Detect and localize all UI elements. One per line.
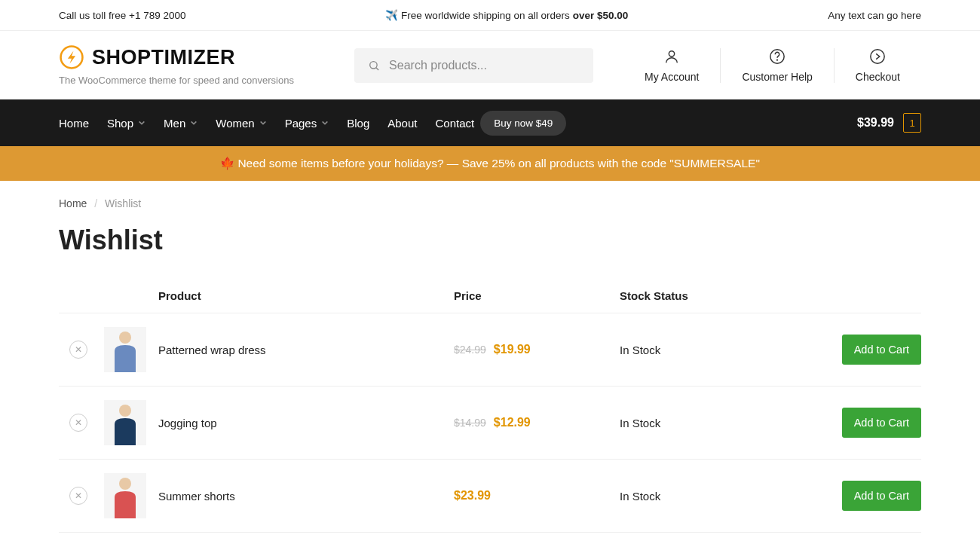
- nav-item-blog[interactable]: Blog: [347, 117, 369, 130]
- page-title: Wishlist: [0, 209, 980, 279]
- action-label: Customer Help: [742, 71, 812, 83]
- search-box[interactable]: [354, 48, 593, 83]
- breadcrumb: Home / Wishlist: [0, 181, 980, 209]
- price: $12.99: [494, 416, 531, 429]
- action-label: Checkout: [856, 71, 900, 83]
- svg-point-5: [777, 60, 778, 60]
- wishlist-table: Product Price Stock Status ✕Patterned wr…: [59, 279, 921, 533]
- old-price: $14.99: [454, 417, 486, 429]
- user-icon: [663, 48, 680, 65]
- nav-item-contact[interactable]: Contact: [435, 117, 474, 130]
- topbar: Call us toll free +1 789 2000 ✈️ Free wo…: [0, 0, 980, 31]
- header-actions: My Account Customer Help Checkout: [623, 48, 921, 83]
- tagline: The WooCommerce theme for speed and conv…: [59, 75, 294, 86]
- checkout-icon: [869, 48, 886, 65]
- nav-item-about[interactable]: About: [387, 117, 417, 130]
- chevron-down-icon: [321, 119, 329, 127]
- stock-status: In Stock: [620, 313, 831, 387]
- logo-icon: [59, 44, 84, 70]
- topbar-center: ✈️ Free worldwide shipping on all orders…: [385, 9, 628, 21]
- action-label: My Account: [645, 71, 699, 83]
- product-thumbnail[interactable]: [104, 400, 146, 445]
- add-to-cart-button[interactable]: Add to Cart: [842, 408, 921, 438]
- remove-button[interactable]: ✕: [69, 414, 87, 432]
- nav-item-women[interactable]: Women: [216, 117, 266, 130]
- promo-banner: 🍁 Need some items before your holidays? …: [0, 146, 980, 181]
- customer-help-link[interactable]: Customer Help: [721, 48, 834, 83]
- breadcrumb-home[interactable]: Home: [59, 197, 87, 209]
- search-icon: [368, 59, 380, 72]
- header-price: Price: [454, 279, 620, 313]
- product-thumbnail[interactable]: [104, 473, 146, 518]
- main-nav: HomeShopMenWomenPagesBlogAboutContact Bu…: [0, 99, 980, 146]
- svg-point-10: [119, 405, 131, 417]
- remove-button[interactable]: ✕: [69, 341, 87, 359]
- price: $23.99: [454, 489, 491, 502]
- svg-point-6: [871, 49, 884, 63]
- buy-now-button[interactable]: Buy now $49: [480, 111, 566, 136]
- table-row: ✕Jogging top$14.99$12.99In StockAdd to C…: [59, 387, 921, 460]
- svg-line-2: [376, 67, 378, 69]
- product-name[interactable]: Patterned wrap dress: [158, 313, 454, 387]
- svg-point-3: [669, 50, 675, 56]
- svg-point-12: [119, 478, 131, 490]
- product-name[interactable]: Jogging top: [158, 387, 454, 460]
- remove-button[interactable]: ✕: [69, 487, 87, 505]
- search-input[interactable]: [389, 59, 580, 72]
- product-name[interactable]: Summer shorts: [158, 460, 454, 533]
- table-row: ✕Patterned wrap dress$24.99$19.99In Stoc…: [59, 313, 921, 387]
- cart-count[interactable]: 1: [903, 113, 921, 133]
- nav-item-men[interactable]: Men: [164, 117, 198, 130]
- stock-status: In Stock: [620, 460, 831, 533]
- header-product: Product: [158, 279, 454, 313]
- chevron-down-icon: [138, 119, 145, 127]
- logo[interactable]: SHOPTIMIZER The WooCommerce theme for sp…: [59, 44, 294, 86]
- chevron-down-icon: [259, 119, 267, 127]
- price: $19.99: [494, 343, 531, 356]
- header: SHOPTIMIZER The WooCommerce theme for sp…: [0, 31, 980, 99]
- logo-text: SHOPTIMIZER: [92, 46, 235, 69]
- stock-status: In Stock: [620, 387, 831, 460]
- breadcrumb-current: Wishlist: [105, 197, 141, 209]
- old-price: $24.99: [454, 344, 486, 356]
- product-thumbnail[interactable]: [104, 327, 146, 372]
- header-stock: Stock Status: [620, 279, 831, 313]
- nav-item-home[interactable]: Home: [59, 117, 89, 130]
- topbar-right: Any text can go here: [828, 10, 921, 21]
- nav-item-pages[interactable]: Pages: [285, 117, 329, 130]
- nav-item-shop[interactable]: Shop: [107, 117, 145, 130]
- add-to-cart-button[interactable]: Add to Cart: [842, 481, 921, 511]
- add-to-cart-button[interactable]: Add to Cart: [842, 335, 921, 365]
- checkout-link[interactable]: Checkout: [835, 48, 921, 83]
- table-row: ✕Summer shorts$23.99In StockAdd to Cart: [59, 460, 921, 533]
- chevron-down-icon: [190, 119, 198, 127]
- svg-point-8: [119, 332, 131, 344]
- help-icon: [769, 48, 786, 65]
- svg-point-1: [370, 61, 377, 68]
- my-account-link[interactable]: My Account: [623, 48, 721, 83]
- cart-total[interactable]: $39.99: [857, 116, 894, 130]
- topbar-left: Call us toll free +1 789 2000: [59, 10, 186, 21]
